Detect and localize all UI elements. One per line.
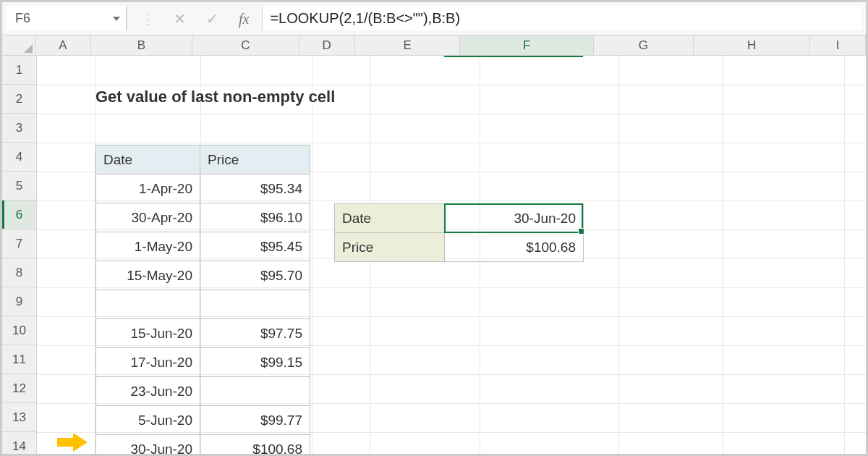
cell-price[interactable]: $95.70 [200,261,310,290]
cell-price[interactable]: $100.68 [200,435,310,457]
table-row[interactable]: Price$100.68 [335,233,584,262]
row-header-1[interactable]: 1 [2,56,36,85]
table-row[interactable]: 30-Jun-20$100.68 [96,435,310,457]
cell-date[interactable]: 23-Jun-20 [96,377,200,406]
arrow-annotation-icon [57,434,88,449]
table-row[interactable]: 5-Jun-20$99.77 [96,406,310,435]
enter-icon[interactable]: ✓ [206,12,218,26]
cancel-icon[interactable]: ✕ [174,12,186,26]
result-table: Date30-Jun-20Price$100.68 [334,203,584,262]
row-header-11[interactable]: 11 [2,345,36,374]
cell-date[interactable]: 30-Apr-20 [96,203,200,232]
cell-price[interactable]: $99.15 [200,348,310,377]
result-label[interactable]: Date [335,204,445,233]
col-header-g[interactable]: G [594,35,694,55]
row-header-3[interactable]: 3 [2,114,36,143]
row-header-9[interactable]: 9 [2,287,36,316]
col-header-a[interactable]: A [35,35,91,55]
col-header-price[interactable]: Price [200,145,310,174]
col-header-f[interactable]: F [460,35,593,55]
cell-price[interactable]: $95.45 [200,232,310,261]
table-row[interactable]: 23-Jun-20 [96,377,310,406]
fx-icon[interactable]: fx [239,12,249,26]
cell-date[interactable]: 5-Jun-20 [96,406,200,435]
cell-date[interactable]: 15-Jun-20 [96,319,200,348]
cell-date[interactable]: 30-Jun-20 [96,435,200,457]
table-row[interactable]: 17-Jun-20$99.15 [96,348,310,377]
cell-price[interactable] [200,290,310,319]
col-header-c[interactable]: C [192,35,299,55]
dropdown-icon[interactable] [113,17,120,21]
table-row[interactable] [96,290,310,319]
cell-price[interactable]: $99.77 [200,406,310,435]
col-header-e[interactable]: E [355,35,461,55]
active-column-underline [444,56,583,57]
cell-date[interactable] [96,290,200,319]
cell-date[interactable]: 17-Jun-20 [96,348,200,377]
page-title: Get value of last non-empty cell [95,88,335,106]
cell-price[interactable]: $97.75 [200,319,310,348]
row-header-4[interactable]: 4 [2,143,36,172]
row-header-2[interactable]: 2 [2,85,36,114]
row-header-14[interactable]: 14 [2,432,36,456]
cell-date[interactable]: 1-May-20 [96,232,200,261]
formula-input[interactable]: =LOOKUP(2,1/(B:B<>""),B:B) [262,7,861,30]
row-header-8[interactable]: 8 [2,258,36,287]
row-header-13[interactable]: 13 [2,403,36,432]
row-header-12[interactable]: 12 [2,374,36,403]
cell-price[interactable]: $95.34 [200,174,310,203]
col-header-i[interactable]: I [810,35,866,55]
name-box-wrap[interactable]: F6 [7,7,127,30]
table-row[interactable]: 1-May-20$95.45 [96,232,310,261]
select-all-corner[interactable] [2,35,35,55]
result-label[interactable]: Price [335,233,445,262]
col-header-b[interactable]: B [91,35,192,55]
table-row[interactable]: 1-Apr-20$95.34 [96,174,310,203]
result-value[interactable]: 30-Jun-20 [445,204,584,233]
row-header-6[interactable]: 6 [2,200,36,229]
row-headers: 1234567891011121314 [2,56,37,456]
table-row[interactable]: 30-Apr-20$96.10 [96,203,310,232]
row-header-10[interactable]: 10 [2,316,36,345]
table-row[interactable]: Date30-Jun-20 [335,204,584,233]
row-header-7[interactable]: 7 [2,229,36,258]
row-header-5[interactable]: 5 [2,172,36,200]
cell-price[interactable] [200,377,310,406]
cell-price[interactable]: $96.10 [200,203,310,232]
col-header-h[interactable]: H [694,35,810,55]
col-header-d[interactable]: D [299,35,355,55]
table-row[interactable]: 15-Jun-20$97.75 [96,319,310,348]
col-header-date[interactable]: Date [96,145,200,174]
name-box[interactable]: F6 [15,11,109,26]
data-table: Date Price 1-Apr-20$95.3430-Apr-20$96.10… [95,145,310,456]
column-headers: ABCDEFGHI [2,35,866,56]
result-value[interactable]: $100.68 [445,233,584,262]
cell-date[interactable]: 1-Apr-20 [96,174,200,203]
table-row[interactable]: 15-May-20$95.70 [96,261,310,290]
expand-icon[interactable]: ⋮ [140,12,153,26]
formula-bar: F6 ⋮ ✕ ✓ fx =LOOKUP(2,1/(B:B<>""),B:B) [2,2,866,35]
formula-bar-buttons: ⋮ ✕ ✓ fx [127,2,262,35]
cell-date[interactable]: 15-May-20 [96,261,200,290]
